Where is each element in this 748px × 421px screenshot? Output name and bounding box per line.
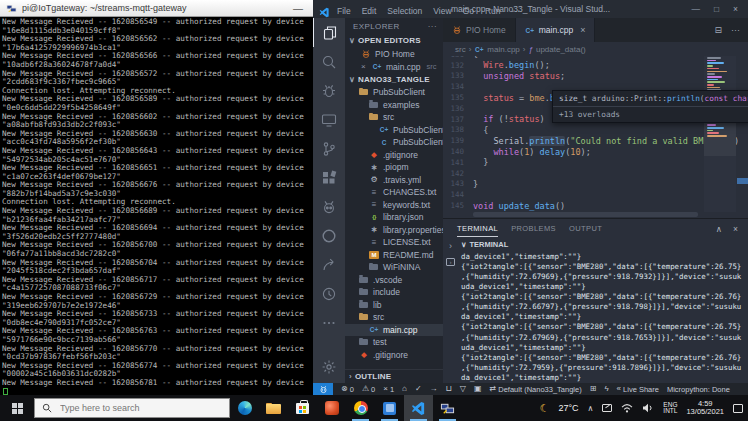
- check-status-item[interactable]: ✓: [415, 383, 422, 395]
- tree-item[interactable]: C+main.cpp: [345, 324, 443, 337]
- clock[interactable]: 4:59 13/05/2021: [686, 400, 724, 417]
- more-actions-icon[interactable]: ···: [731, 25, 740, 35]
- outline-section-header[interactable]: › OUTLINE: [345, 369, 443, 383]
- files-icon[interactable]: [313, 18, 345, 47]
- start-button[interactable]: [0, 395, 34, 421]
- explorer-actions-button[interactable]: ···: [428, 22, 437, 31]
- tab-pio-home[interactable]: PIO Home: [443, 18, 516, 42]
- tree-item[interactable]: test: [345, 336, 443, 349]
- terminal-section-header[interactable]: ∨ TERMINAL: [443, 239, 748, 251]
- split-editor-icon[interactable]: ⊟: [714, 25, 722, 35]
- tools-status-item[interactable]: ×1: [383, 383, 394, 395]
- store-taskbar-icon[interactable]: [288, 395, 317, 421]
- tablet-pen-icon[interactable]: [602, 404, 612, 412]
- arrow-status-item[interactable]: →: [430, 383, 438, 395]
- vscode-taskbar-icon[interactable]: [404, 395, 433, 421]
- vscode-titlebar[interactable]: FileEditSelectionViewGoRun··· main.cpp -…: [313, 0, 748, 18]
- minimize-button[interactable]: —: [289, 3, 307, 14]
- terminal-picker-icon[interactable]: ›: [446, 258, 455, 266]
- platformio-icon[interactable]: [313, 192, 345, 221]
- close-panel-icon[interactable]: ×: [733, 224, 738, 234]
- notification-center-icon[interactable]: [733, 404, 743, 413]
- share-status-item[interactable]: «Live Share: [617, 383, 659, 395]
- github-icon[interactable]: [313, 221, 345, 250]
- tree-item[interactable]: CPubSubClient.h: [345, 136, 443, 149]
- tree-item[interactable]: src: [345, 311, 443, 324]
- tree-item[interactable]: include: [345, 286, 443, 299]
- menu-item[interactable]: Selection: [387, 6, 422, 16]
- warn-status-item[interactable]: ⚠0: [362, 383, 375, 395]
- wifi-icon[interactable]: [621, 403, 633, 413]
- err-status-item[interactable]: ⊗0: [341, 383, 354, 395]
- tree-item[interactable]: ≡keywords.txt: [345, 199, 443, 212]
- putty-titlebar[interactable]: pi@IoTgateway: ~/streams-mqtt-gateway —: [0, 0, 313, 17]
- tree-item[interactable]: ◆.gitignore: [345, 349, 443, 362]
- minimap[interactable]: [704, 56, 736, 212]
- close-icon[interactable]: ×: [361, 62, 368, 71]
- bolt-status-item[interactable]: ϟ: [604, 383, 608, 395]
- tree-item[interactable]: MREADME.md: [345, 249, 443, 262]
- search-input[interactable]: [58, 402, 208, 414]
- scm-icon[interactable]: [313, 134, 345, 163]
- office-taskbar-icon[interactable]: [317, 395, 346, 421]
- breadcrumb-file[interactable]: main.cpp: [487, 45, 519, 54]
- text-status-item[interactable]: Micropython: Done: [667, 385, 730, 394]
- file-explorer-taskbar-icon[interactable]: [259, 395, 288, 421]
- tree-item[interactable]: C+PubSubClient.cpp: [345, 124, 443, 137]
- menu-item[interactable]: File: [337, 6, 351, 16]
- panel-tab-output[interactable]: OUTPUT: [569, 220, 602, 237]
- hidden-icons-chevron[interactable]: ∧: [588, 404, 594, 413]
- tree-item[interactable]: ∗.piopm: [345, 161, 443, 174]
- panel-tab-problems[interactable]: PROBLEMS: [511, 220, 556, 237]
- chevron-right-icon[interactable]: ›: [449, 241, 452, 251]
- search-icon[interactable]: [313, 47, 345, 76]
- breadcrumb[interactable]: src › C+ main.cpp › ƒ update_data(): [443, 42, 748, 56]
- term-status-item[interactable]: ▣: [474, 383, 482, 395]
- tree-item[interactable]: ≡CHANGES.txt: [345, 186, 443, 199]
- extensions-icon[interactable]: [313, 163, 345, 192]
- debug-icon[interactable]: [313, 76, 345, 105]
- tree-item[interactable]: ◆.gitignore: [345, 149, 443, 162]
- open-editor-item[interactable]: PIO Home: [345, 47, 443, 60]
- more-icon[interactable]: [313, 308, 345, 337]
- close-button[interactable]: ×: [733, 4, 738, 14]
- tree-item[interactable]: ⚙.travis.yml: [345, 174, 443, 187]
- tree-item[interactable]: src: [345, 111, 443, 124]
- settings-icon[interactable]: [313, 352, 345, 381]
- language-indicator[interactable]: ENG INTL: [663, 402, 677, 415]
- tree-item[interactable]: .vscode: [345, 274, 443, 287]
- close-icon[interactable]: ×: [580, 25, 585, 35]
- tree-item[interactable]: PubSubClient: [345, 86, 443, 99]
- monitor-icon[interactable]: [313, 105, 345, 134]
- volume-icon[interactable]: [642, 403, 654, 413]
- tree-item[interactable]: ∗library.properties: [345, 224, 443, 237]
- open-editor-item[interactable]: ×C+main.cppsrc: [345, 60, 443, 73]
- flask-status-item[interactable]: ▽: [460, 383, 466, 395]
- weather-moon-icon[interactable]: ☾: [540, 402, 550, 415]
- tree-item[interactable]: examples: [345, 99, 443, 112]
- liveshare-icon[interactable]: [313, 250, 345, 279]
- tree-item[interactable]: {}library.json: [345, 211, 443, 224]
- breadcrumb-symbol[interactable]: update_data(): [536, 45, 586, 54]
- code-editor[interactable]: 131{132 Wire.begin();133 unsigned status…: [443, 56, 748, 218]
- maximize-panel-icon[interactable]: ∧: [716, 224, 722, 234]
- tree-item[interactable]: WiFiNINA: [345, 261, 443, 274]
- plus-status-item[interactable]: ⊞: [590, 383, 597, 395]
- edge-taskbar-icon[interactable]: [230, 395, 259, 421]
- taskbar-search[interactable]: [34, 398, 230, 418]
- weather-temperature[interactable]: 27°C: [558, 403, 578, 413]
- horizontal-scrollbar[interactable]: [473, 212, 698, 217]
- tab-main-cpp[interactable]: C+main.cpp×: [516, 18, 596, 42]
- platformio-status-icon[interactable]: [313, 383, 333, 395]
- photos-taskbar-icon[interactable]: [375, 395, 404, 421]
- env-status-item[interactable]: ⇄Default (Nano33_Tangle): [490, 383, 582, 395]
- menu-item[interactable]: View: [433, 6, 451, 16]
- home-status-item[interactable]: ⌂: [402, 383, 407, 395]
- trash-status-item[interactable]: ⊔: [446, 383, 452, 395]
- clock-icon[interactable]: [313, 279, 345, 308]
- menu-item[interactable]: Edit: [362, 6, 377, 16]
- panel-tab-terminal[interactable]: TERMINAL: [457, 220, 498, 237]
- putty-taskbar-icon[interactable]: [433, 395, 462, 421]
- open-editors-section-header[interactable]: ∨ OPEN EDITORS: [345, 34, 443, 47]
- minimize-button[interactable]: —: [691, 4, 700, 14]
